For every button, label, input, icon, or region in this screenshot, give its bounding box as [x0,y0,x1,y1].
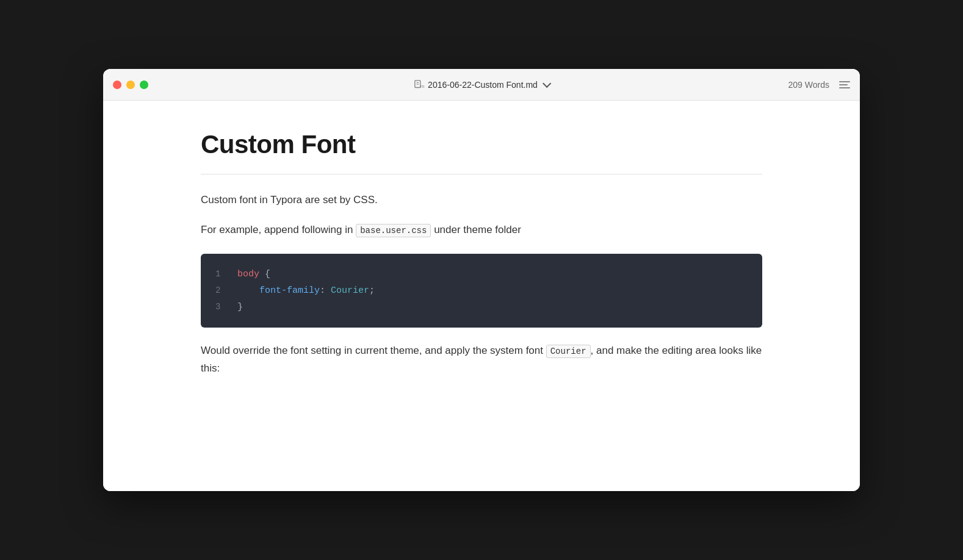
file-icon: md [413,79,424,90]
inline-code-base-user-css: base.user.css [356,224,431,237]
close-button[interactable] [113,81,121,89]
chevron-down-icon[interactable] [543,79,551,87]
paragraph-2-text-before: For example, append following in [201,224,356,235]
code-value: Courier [331,285,369,296]
app-window: md 2016-06-22-Custom Font.md 209 Words C… [103,69,860,491]
line-number-3: 3 [215,300,225,315]
code-line-2: 2 font-family: Courier; [215,282,748,299]
document-content: Custom Font Custom font in Typora are se… [103,101,860,491]
code-line-3: 3 } [215,299,748,315]
paragraph-3: Would override the font setting in curre… [201,342,762,378]
code-content-2: font-family: Courier; [237,282,748,299]
outline-icon[interactable] [839,81,850,88]
file-title: 2016-06-22-Custom Font.md [428,80,538,90]
maximize-button[interactable] [140,81,148,89]
minimize-button[interactable] [126,81,135,89]
code-colon: : [320,285,331,296]
code-content-3: } [237,299,748,315]
outline-line-3 [839,87,850,88]
traffic-lights [113,81,148,89]
titlebar-right: 209 Words [788,80,850,90]
paragraph-1: Custom font in Typora are set by CSS. [201,192,762,209]
paragraph-3-text-before: Would override the font setting in curre… [201,345,546,356]
inline-code-courier: Courier [546,345,591,358]
code-selector: body [237,269,259,279]
code-indent [237,285,259,296]
svg-text:md: md [420,84,424,89]
paragraph-2-text-after: under theme folder [431,224,521,235]
heading-divider [201,174,762,174]
code-block: 1 body { 2 font-family: Courier; 3 } [201,254,762,328]
outline-line-2 [839,84,848,85]
line-number-2: 2 [215,283,225,298]
code-line-1: 1 body { [215,266,748,282]
titlebar: md 2016-06-22-Custom Font.md 209 Words [103,69,860,101]
outline-line-1 [839,81,850,82]
document-heading: Custom Font [201,130,762,159]
code-content-1: body { [237,266,748,282]
paragraph-2: For example, append following in base.us… [201,221,762,239]
code-punct-open: { [265,269,270,279]
word-count: 209 Words [788,80,829,90]
code-semicolon: ; [369,285,375,296]
line-number-1: 1 [215,267,225,282]
titlebar-center: md 2016-06-22-Custom Font.md [413,79,550,90]
code-property: font-family [259,285,320,296]
